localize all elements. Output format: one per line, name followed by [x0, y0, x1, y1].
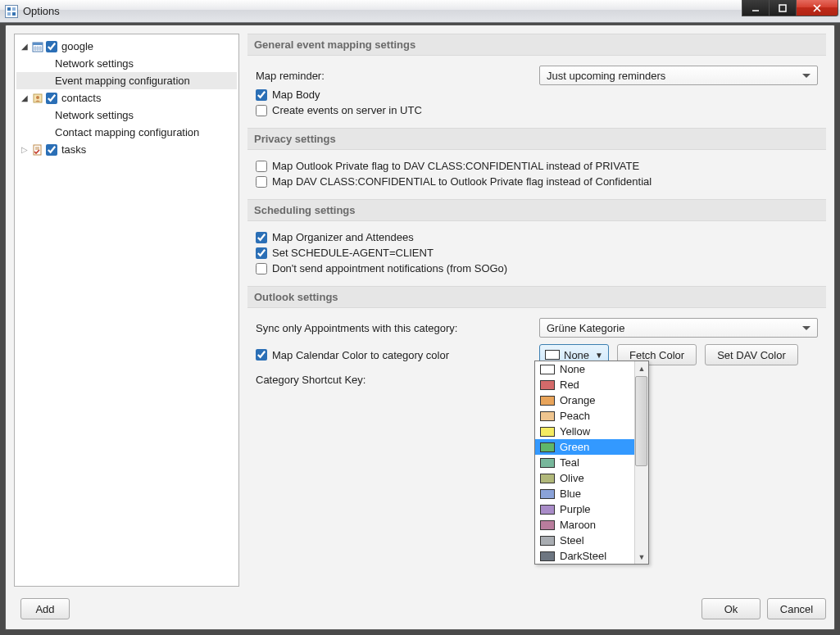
svg-rect-0	[7, 7, 11, 11]
privacy-checkbox-1[interactable]	[256, 161, 267, 172]
cancel-button[interactable]: Cancel	[767, 598, 826, 619]
checkbox-label: Don't send appointment notifications (fr…	[272, 262, 507, 274]
color-option-label: Orange	[560, 394, 595, 406]
checkbox-label: Map Organizer and Attendees	[272, 231, 414, 243]
scheduling-option-2[interactable]: Set SCHEDULE-AGENT=CLIENT	[256, 247, 434, 259]
color-option-purple[interactable]: Purple	[535, 501, 634, 517]
color-swatch-icon	[540, 520, 555, 530]
color-option-blue[interactable]: Blue	[535, 486, 634, 501]
privacy-option-2[interactable]: Map DAV CLASS:CONFIDENTIAL to Outlook Pr…	[256, 175, 652, 188]
scroll-up-icon[interactable]: ▲	[635, 361, 648, 375]
tree-node-label: tasks	[59, 143, 89, 156]
color-option-darksteel[interactable]: DarkSteel	[535, 548, 634, 564]
section-header-general: General event mapping settings	[247, 34, 826, 56]
dialog-footer: Add Ok Cancel	[14, 596, 826, 621]
add-button[interactable]: Add	[20, 598, 70, 619]
map-reminder-select[interactable]: Just upcoming reminders	[539, 66, 818, 85]
color-option-maroon[interactable]: Maroon	[535, 517, 634, 533]
tree-child-event-mapping[interactable]: Event mapping configuration	[16, 72, 237, 89]
color-option-olive[interactable]: Olive	[535, 470, 634, 486]
create-utc-option[interactable]: Create events on server in UTC	[256, 104, 422, 116]
expander-icon[interactable]: ▷	[20, 145, 30, 155]
tree-node-checkbox[interactable]	[46, 93, 57, 104]
tree-child-network-settings[interactable]: Network settings	[16, 55, 237, 72]
color-option-yellow[interactable]: Yellow	[535, 424, 634, 439]
color-option-teal[interactable]: Teal	[535, 455, 634, 470]
svg-rect-3	[12, 12, 16, 16]
checkbox-label: Create events on server in UTC	[272, 104, 422, 116]
map-body-checkbox[interactable]	[256, 89, 267, 101]
scheduling-option-1[interactable]: Map Organizer and Attendees	[256, 231, 414, 243]
color-option-red[interactable]: Red	[535, 377, 634, 392]
tree-node-google[interactable]: ◢ google	[16, 38, 237, 55]
color-option-label: Olive	[560, 472, 584, 484]
color-swatch-icon	[540, 442, 555, 452]
expander-icon[interactable]: ◢	[20, 93, 30, 103]
checkbox-label: Map DAV CLASS:CONFIDENTIAL to Outlook Pr…	[272, 175, 652, 188]
map-body-option[interactable]: Map Body	[256, 88, 320, 101]
category-shortcut-label: Category Shortcut Key:	[256, 374, 366, 386]
sync-category-label: Sync only Appointments with this categor…	[256, 322, 534, 334]
select-value: Just upcoming reminders	[547, 70, 665, 82]
settings-panel: General event mapping settings Map remin…	[247, 34, 826, 587]
scheduling-checkbox-3[interactable]	[256, 263, 267, 274]
dropdown-scrollbar[interactable]: ▲ ▼	[634, 361, 648, 564]
create-utc-checkbox[interactable]	[256, 105, 267, 116]
ok-button[interactable]: Ok	[702, 598, 761, 619]
privacy-option-1[interactable]: Map Outlook Private flag to DAV CLASS:CO…	[256, 160, 639, 172]
color-swatch-icon	[540, 505, 555, 515]
color-option-none[interactable]: None	[535, 361, 634, 377]
tree-node-contacts[interactable]: ◢ contacts	[16, 89, 237, 107]
scroll-thumb[interactable]	[635, 376, 647, 466]
privacy-checkbox-2[interactable]	[256, 176, 267, 188]
tree-child-label: Contact mapping configuration	[52, 126, 202, 138]
color-swatch-icon	[540, 474, 555, 483]
color-option-steel[interactable]: Steel	[535, 533, 634, 548]
color-option-green[interactable]: Green	[535, 439, 634, 455]
section-header-privacy: Privacy settings	[247, 128, 826, 150]
color-swatch-icon	[540, 380, 555, 390]
section-header-scheduling: Scheduling settings	[247, 199, 826, 221]
color-swatch-icon	[540, 458, 555, 468]
maximize-button[interactable]	[769, 0, 797, 16]
svg-rect-9	[33, 43, 43, 45]
window-controls	[742, 0, 838, 16]
checkbox-label: Map Calendar Color to category color	[272, 349, 449, 361]
tree-child-contact-mapping[interactable]: Contact mapping configuration	[16, 124, 237, 141]
color-swatch-icon	[545, 350, 560, 360]
color-option-label: Blue	[560, 488, 581, 500]
tree-node-checkbox[interactable]	[46, 41, 57, 52]
color-option-label: Yellow	[560, 425, 590, 438]
section-header-outlook: Outlook settings	[247, 286, 826, 308]
checkbox-label: Map Outlook Private flag to DAV CLASS:CO…	[272, 160, 639, 172]
color-swatch-icon	[540, 489, 555, 499]
map-color-checkbox[interactable]	[256, 349, 267, 361]
scheduling-checkbox-1[interactable]	[256, 232, 267, 243]
scheduling-option-3[interactable]: Don't send appointment notifications (fr…	[256, 262, 507, 274]
scheduling-checkbox-2[interactable]	[256, 247, 267, 259]
tree-node-checkbox[interactable]	[46, 144, 57, 156]
expander-icon[interactable]: ◢	[20, 42, 30, 52]
scroll-down-icon[interactable]: ▼	[635, 550, 648, 564]
color-dropdown-list[interactable]: NoneRedOrangePeachYellowGreenTealOliveBl…	[534, 361, 649, 565]
color-option-orange[interactable]: Orange	[535, 392, 634, 408]
profile-tree[interactable]: ◢ google Network settings Event mapping …	[14, 34, 239, 587]
contacts-icon	[31, 92, 44, 105]
minimize-button[interactable]	[742, 0, 770, 16]
set-dav-color-button[interactable]: Set DAV Color	[705, 344, 798, 365]
color-swatch-icon	[540, 427, 555, 437]
color-option-label: Peach	[560, 410, 590, 422]
tree-child-label: Network settings	[52, 109, 136, 121]
color-swatch-icon	[540, 365, 555, 374]
map-color-option[interactable]: Map Calendar Color to category color	[256, 349, 534, 361]
svg-point-16	[36, 96, 39, 99]
tree-node-tasks[interactable]: ▷ tasks	[16, 141, 237, 158]
window-title: Options	[23, 5, 60, 17]
tree-child-network-settings[interactable]: Network settings	[16, 107, 237, 124]
color-swatch-icon	[540, 396, 555, 406]
close-button[interactable]	[796, 0, 838, 16]
tree-node-label: google	[59, 40, 96, 52]
sync-category-select[interactable]: Grüne Kategorie	[539, 318, 818, 338]
color-option-peach[interactable]: Peach	[535, 408, 634, 424]
chevron-down-icon: ▼	[593, 351, 605, 360]
